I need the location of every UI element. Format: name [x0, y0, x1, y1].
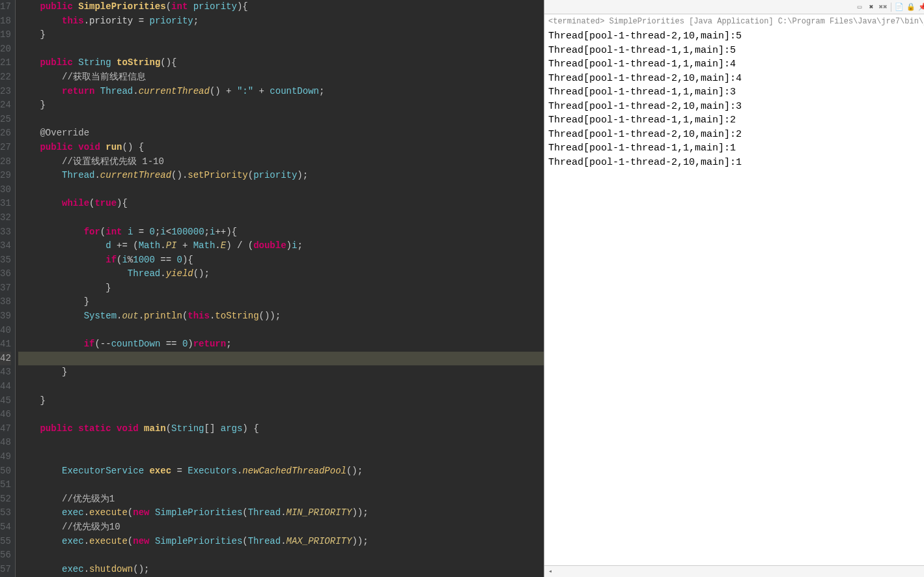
line-number: 56 — [0, 548, 11, 563]
line-number: 44 — [0, 380, 11, 394]
line-number: 48 — [0, 436, 11, 450]
line-number: 17 — [0, 0, 11, 14]
console-output-line: Thread[pool-1-thread-1,1,main]:3 — [548, 85, 924, 100]
scroll-left-icon[interactable]: ◂ — [548, 567, 552, 575]
clear-console-icon[interactable]: 📄 — [894, 2, 904, 12]
console-panel: ▭✖✖✖📄🔒📌▣▣▤▭▾▭ <terminated> SimplePriorit… — [544, 0, 924, 577]
line-number: 29 — [0, 169, 11, 183]
line-number: 23 — [0, 85, 11, 99]
console-status: <terminated> SimplePriorities [Java Appl… — [544, 14, 924, 28]
line-number: 53 — [0, 506, 11, 520]
console-output-line: Thread[pool-1-thread-1,1,main]:2 — [548, 113, 924, 128]
remove-launch-icon[interactable]: ▭ — [854, 2, 865, 12]
line-number: 43 — [0, 365, 11, 380]
line-number: 27 — [0, 141, 11, 155]
console-output-line: Thread[pool-1-thread-2,10,main]:3 — [548, 100, 924, 114]
line-number: 41 — [0, 337, 11, 352]
console-toolbar: ▭✖✖✖📄🔒📌▣▣▤▭▾▭ — [544, 0, 924, 14]
console-output[interactable]: Thread[pool-1-thread-2,10,main]:5Thread[… — [544, 28, 924, 565]
line-number: 26 — [0, 126, 11, 141]
line-number: 37 — [0, 281, 11, 296]
line-number: 50 — [0, 464, 11, 479]
line-number: 49 — [0, 450, 11, 464]
toolbar-separator — [891, 3, 891, 12]
line-number: 42 — [0, 352, 11, 366]
line-number: 33 — [0, 225, 11, 240]
line-number: 52 — [0, 492, 11, 507]
line-number: 20 — [0, 42, 11, 57]
pin-console-icon[interactable]: 📌 — [917, 2, 924, 12]
line-number: 19 — [0, 28, 11, 42]
line-number: 28 — [0, 155, 11, 169]
line-number-gutter: 1718192021222324252627282930313233343536… — [0, 0, 16, 577]
line-number: 35 — [0, 253, 11, 268]
code-editor[interactable]: 1718192021222324252627282930313233343536… — [0, 0, 544, 577]
line-number: 24 — [0, 98, 11, 113]
console-output-line: Thread[pool-1-thread-2,10,main]:4 — [548, 72, 924, 86]
line-number: 38 — [0, 295, 11, 309]
line-number: 36 — [0, 267, 11, 281]
line-number: 45 — [0, 394, 11, 408]
line-number: 51 — [0, 478, 11, 492]
scroll-lock-icon[interactable]: 🔒 — [906, 2, 916, 12]
line-number: 32 — [0, 211, 11, 225]
line-number: 54 — [0, 520, 11, 535]
console-output-line: Thread[pool-1-thread-1,1,main]:5 — [548, 44, 924, 58]
console-output-line: Thread[pool-1-thread-2,10,main]:1 — [548, 156, 924, 170]
line-number: 46 — [0, 408, 11, 422]
line-number: 21 — [0, 56, 11, 70]
line-number: 31 — [0, 197, 11, 211]
line-number: 47 — [0, 422, 11, 436]
line-number: 57 — [0, 563, 11, 577]
line-number: 34 — [0, 239, 11, 253]
console-output-line: Thread[pool-1-thread-1,1,main]:1 — [548, 141, 924, 156]
console-output-line: Thread[pool-1-thread-2,10,main]:2 — [548, 128, 924, 142]
line-number: 39 — [0, 309, 11, 324]
console-output-line: Thread[pool-1-thread-1,1,main]:4 — [548, 57, 924, 72]
console-scrollbar[interactable]: ◂ — [544, 565, 924, 577]
line-number: 55 — [0, 535, 11, 549]
line-number: 18 — [0, 14, 11, 29]
line-number: 40 — [0, 324, 11, 338]
line-number: 30 — [0, 183, 11, 197]
console-output-line: Thread[pool-1-thread-2,10,main]:5 — [548, 29, 924, 44]
line-number: 22 — [0, 70, 11, 85]
terminate-all-icon[interactable]: ✖✖ — [878, 2, 888, 12]
remove-all-icon[interactable]: ✖ — [866, 2, 876, 12]
line-number: 25 — [0, 113, 11, 127]
